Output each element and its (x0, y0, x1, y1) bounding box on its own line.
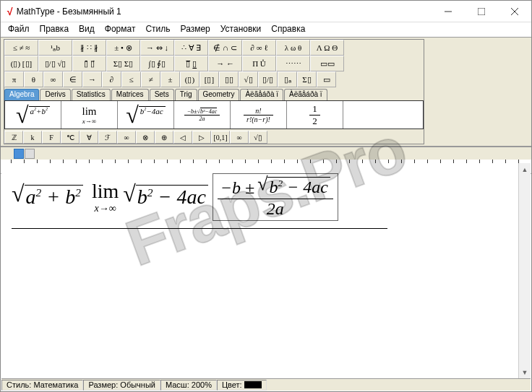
category-tab[interactable]: Geometry (198, 89, 240, 100)
palette-button[interactable]: Π Ů (242, 56, 276, 71)
palette-button[interactable]: ∉ ∩ ⊂ (208, 40, 242, 56)
status-color: Цвет: (217, 380, 267, 391)
small-palette-button[interactable]: ℱ (98, 131, 117, 144)
palette-button[interactable]: λ ω θ (276, 40, 310, 56)
palette-button[interactable]: ∞ (43, 71, 63, 87)
editor-canvas[interactable]: √ a2 + b2 lim x→∞ √ b2 − 4ac −b ± √b2 − … (1, 163, 518, 378)
template-limit[interactable]: limx→∞ (61, 101, 118, 129)
template-permutation[interactable]: n!r!(n−r)! (231, 101, 287, 129)
category-tab[interactable]: Derivs (40, 89, 70, 100)
palette-button[interactable]: ▯ₐ (278, 71, 297, 87)
small-palette-button[interactable]: ∞ (230, 131, 249, 144)
maximize-button[interactable] (465, 1, 498, 22)
palette-button[interactable]: ▯̅ ▯̲ (174, 56, 208, 71)
titlebar: √ MathType - Безымянный 1 (1, 1, 531, 22)
palette-button[interactable]: ∂ ∞ ℓ (242, 40, 276, 56)
palette-button[interactable]: → ← (208, 56, 242, 71)
palette-button[interactable]: Λ Ω Θ (310, 40, 344, 56)
vertical-scrollbar[interactable]: ▲ ▼ (518, 163, 531, 378)
menu-settings[interactable]: Установки (220, 24, 261, 35)
menu-help[interactable]: Справка (271, 24, 305, 35)
menu-file[interactable]: Файл (8, 24, 30, 35)
template-quadratic[interactable]: −b±√b²−4ac2a (174, 101, 231, 129)
small-palette-button[interactable]: F (42, 131, 61, 144)
minimize-button[interactable] (432, 1, 465, 22)
palette-button[interactable]: ∴ ∀ ∃ (174, 40, 208, 56)
category-tab[interactable]: Matrices (111, 89, 149, 100)
equation-underline (12, 228, 387, 229)
scroll-up-icon[interactable]: ▲ (519, 163, 531, 175)
palette-button[interactable]: ∈ (63, 71, 82, 87)
palette-button[interactable]: ∦ ∷ ∦ (72, 40, 106, 56)
small-palette-button[interactable]: ⊗ (136, 131, 155, 144)
small-palette-button[interactable]: ◁ (173, 131, 192, 144)
menu-view[interactable]: Вид (79, 24, 95, 35)
palette-button[interactable]: Σ▯ Σ▯ (106, 56, 140, 71)
status-size: Размер: Обычный (83, 380, 160, 391)
small-palette-button[interactable]: ∀ (80, 131, 98, 144)
status-style: Стиль: Математика (1, 380, 83, 391)
sheet-1[interactable] (14, 149, 24, 159)
sheet-tabs (1, 147, 531, 160)
status-zoom: Масш: 200% (160, 380, 217, 391)
template-sqrt-ab[interactable]: √a2+b2 (5, 101, 61, 129)
equation[interactable]: √ a2 + b2 lim x→∞ √ b2 − 4ac −b ± √b2 − … (12, 173, 338, 221)
palette-button[interactable]: ▭▭ (310, 56, 344, 71)
palette-button[interactable]: → ⇔ ↓ (140, 40, 174, 56)
category-tab[interactable]: Àëãåáðà ï (284, 89, 327, 100)
palette-button[interactable]: π (4, 71, 24, 87)
palette-button[interactable]: ∂ (102, 71, 121, 87)
sheet-add[interactable] (25, 149, 35, 159)
category-tab[interactable]: Àëãåáðà ï (240, 89, 283, 100)
menubar: Файл Правка Вид Формат Стиль Размер Уста… (1, 22, 531, 37)
category-tab[interactable]: Sets (150, 89, 174, 100)
palette-button[interactable]: ∫▯ ∮▯ (140, 56, 174, 71)
category-tab[interactable]: Trig (175, 89, 197, 100)
small-palette-button[interactable]: ▷ (192, 131, 211, 144)
small-palette-button[interactable]: ∞ (117, 131, 136, 144)
palette-button[interactable]: ▭ (317, 71, 336, 87)
template-row: √a2+b2 limx→∞ √b2−4ac −b±√b²−4ac2a n!r!(… (4, 100, 424, 129)
small-palette-button[interactable]: ℃ (61, 131, 80, 144)
window-title: MathType - Безымянный 1 (17, 6, 121, 17)
small-palette-button[interactable]: k (23, 131, 42, 144)
palette-button[interactable]: ▯̄ ▯⃗ (72, 56, 106, 71)
scroll-down-icon[interactable]: ▼ (519, 366, 531, 378)
menu-style[interactable]: Стиль (145, 24, 170, 35)
palette-button[interactable]: ▯/▯ √▯ (38, 56, 72, 71)
palette-button[interactable]: [▯] (200, 71, 219, 87)
statusbar: Стиль: Математика Размер: Обычный Масш: … (1, 378, 531, 391)
menu-size[interactable]: Размер (181, 24, 210, 35)
template-half[interactable]: 12 (287, 101, 343, 129)
palette-button[interactable]: θ (24, 71, 43, 87)
category-tab[interactable]: Statistics (72, 89, 111, 100)
category-tab[interactable]: Algebra (4, 89, 39, 100)
small-palette-button[interactable]: ℤ (4, 131, 23, 144)
palette-button[interactable]: ▯▯ (219, 71, 239, 87)
palette-button[interactable]: → (82, 71, 102, 87)
palette-button[interactable]: ▯/▯ (258, 71, 278, 87)
svg-rect-1 (478, 8, 485, 15)
palette-button[interactable]: ≤ (121, 71, 141, 87)
palette-button[interactable]: (▯) (180, 71, 200, 87)
palette-button[interactable]: ¹ₐb (38, 40, 72, 56)
palette-button[interactable]: Σ▯ (297, 71, 317, 87)
palette-button[interactable]: ⋯⋯ (276, 56, 310, 71)
template-sqrt-disc[interactable]: √b2−4ac (118, 101, 174, 129)
palette-button[interactable]: √▯ (239, 71, 258, 87)
close-button[interactable] (498, 1, 531, 22)
app-logo-icon: √ (7, 6, 12, 17)
menu-format[interactable]: Формат (105, 24, 136, 35)
palette-button[interactable]: ± • ⊗ (106, 40, 140, 56)
template-empty[interactable] (343, 101, 423, 129)
palette-button[interactable]: ≠ (141, 71, 160, 87)
small-palette-button[interactable]: ⊕ (155, 131, 173, 144)
menu-edit[interactable]: Правка (40, 24, 69, 35)
palette-button[interactable]: ≤ ≠ ≈ (4, 40, 38, 56)
small-palette-button[interactable]: √▯ (249, 131, 267, 144)
small-palette-button[interactable]: [0,1] (211, 131, 230, 144)
palette-button[interactable]: ± (160, 71, 180, 87)
palette-button[interactable]: (▯) [▯] (4, 56, 38, 71)
toolbar-area: ≤ ≠ ≈¹ₐb∦ ∷ ∦± • ⊗→ ⇔ ↓∴ ∀ ∃∉ ∩ ⊂∂ ∞ ℓλ … (1, 37, 531, 147)
